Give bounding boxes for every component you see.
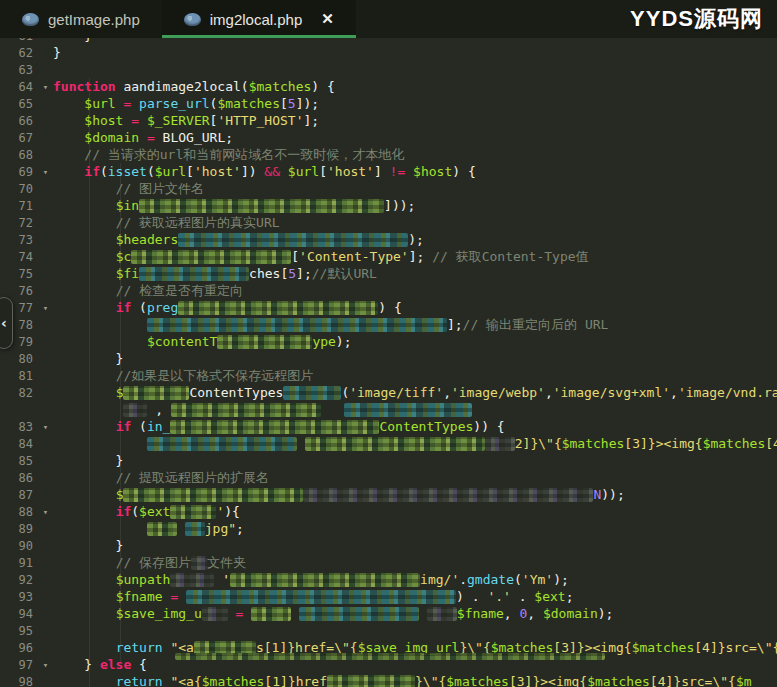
code-line: 84 2]}\"{$matches[3]}><img{$matches[4]}s… [0,435,777,452]
line-number: 97 [0,657,38,674]
redaction-blur [185,522,205,536]
code-token: ' [214,572,230,587]
code-token: ( [514,572,522,587]
redaction-blur [202,607,228,621]
code-token: if [116,300,132,315]
line-number: 69 [0,164,38,181]
code-token: 'HTTP_HOST' [217,113,303,128]
redaction-blur [327,675,415,687]
redaction-blur [191,556,207,570]
line-number: 94 [0,606,38,623]
code-token: aandimage2local( [116,79,249,94]
code-token: $matches [217,96,280,111]
code-token: ches[ [249,266,288,281]
code-token: jpg" [205,521,236,536]
code-token: $ext [534,589,565,604]
code-token: ]; [409,249,432,264]
fold-toggle-icon[interactable]: ▾ [38,657,53,674]
line-number: 80 [0,351,38,368]
redaction-blur [139,267,249,281]
code-token: $fname [457,606,504,621]
tab-label: getImage.php [48,11,140,28]
code-area: 61 }62}6364▾function aandimage2local($ma… [0,38,777,687]
line-number: 66 [0,113,38,130]
fold-toggle-icon[interactable]: ▾ [38,164,53,181]
redaction-blur [427,607,457,621]
code-token [53,572,116,587]
code-token: $matches [562,436,625,451]
redaction-blur [171,403,321,417]
code-token [53,266,116,281]
code-line: 70 // 图片文件名 [0,180,777,197]
redaction-blur [230,573,420,587]
code-line: 90 } [0,537,777,554]
code-token: ){ [224,504,240,519]
code-token [53,674,116,687]
redaction-blur [485,437,515,451]
tab-img2local[interactable]: img2local.php ✕ [162,0,356,38]
redaction-blur [147,437,297,451]
code-token [53,215,116,230]
code-token: ) { [311,79,334,94]
line-number: 93 [0,589,38,606]
code-token [53,521,147,536]
code-token: } [53,38,92,43]
code-token: // 当请求的url和当前网站域名不一致时候，才本地化 [84,147,404,162]
code-token [53,589,116,604]
line-number: 70 [0,181,38,198]
code-line: 73 $headers); [0,231,777,248]
line-number: 83 [0,419,38,436]
code-token: 'image/webp' [451,385,545,400]
code-token: } [53,538,123,553]
code-line: 88▾ if($ext'){ [0,503,777,520]
code-token: = [116,96,139,111]
code-token: , [670,385,678,400]
code-line: 77▾ if (preg) { [0,299,777,316]
code-token [53,317,147,332]
code-token: 5 [288,96,296,111]
line-number: 75 [0,266,38,283]
code-token: 'Ym' [522,572,553,587]
code-token: function [53,79,116,94]
line-number: 68 [0,147,38,164]
code-token: $_SERVER [147,113,210,128]
code-token [53,198,116,213]
line-number: 62 [0,45,38,62]
code-token [53,96,84,111]
fold-toggle-icon[interactable]: ▾ [38,79,53,96]
code-line: 92 $unpath 'img/'.gmdate('Ym'); [0,571,777,588]
code-token: ]; [447,317,463,332]
code-token: gmdate [467,572,514,587]
code-token [405,164,413,179]
site-logo: YYDS源码网 [630,0,777,38]
line-number: 89 [0,521,38,538]
code-token: , [443,385,451,400]
redaction-blur [303,488,593,502]
code-token: $host [413,164,452,179]
fold-toggle-icon[interactable]: ▾ [38,419,53,436]
code-token: ); [553,572,569,587]
panel-collapse-handle[interactable]: ‹ [0,297,13,349]
fold-toggle-icon[interactable]: ▾ [38,300,53,317]
line-number: 74 [0,249,38,266]
code-token: , [527,606,543,621]
fold-toggle-icon[interactable]: ▾ [38,504,53,521]
code-token: [ [186,164,194,179]
code-token: return [116,640,163,655]
code-token: $ [116,385,124,400]
redaction-blur [170,573,214,587]
redaction-blur [305,437,485,451]
code-token: , [545,385,553,400]
code-token: isset [108,164,147,179]
code-token: ]; [296,266,312,281]
redaction-blur [178,233,408,247]
code-line: 87 $N)); [0,486,777,503]
tab-getimage[interactable]: getImage.php [0,0,162,38]
code-token [53,640,116,655]
tab-bar: getImage.php img2local.php ✕ YYDS源码网 [0,0,777,38]
code-token: if [116,419,132,434]
close-icon[interactable]: ✕ [321,10,334,28]
code-token: [ [280,96,288,111]
code-token: = [139,130,162,145]
code-token: ( [147,164,155,179]
